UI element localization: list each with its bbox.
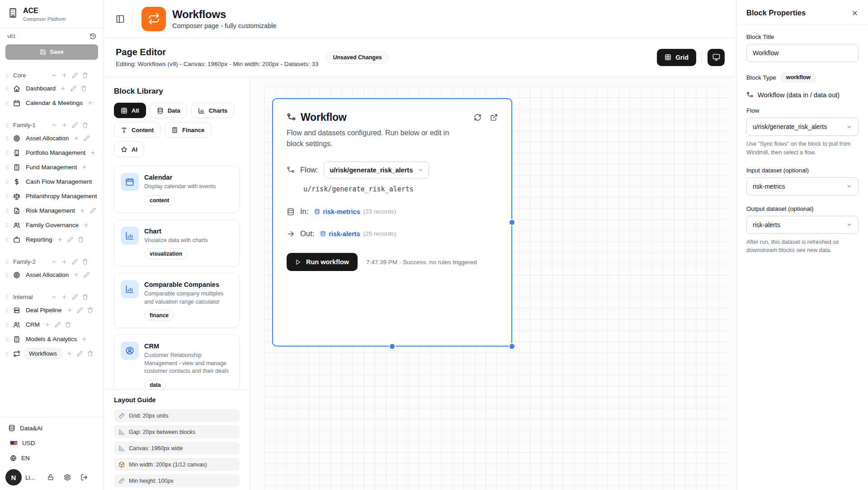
trash-button[interactable] <box>78 237 84 243</box>
lock-icon[interactable] <box>47 474 54 481</box>
gear-icon[interactable] <box>64 474 71 481</box>
history-icon[interactable] <box>90 33 96 40</box>
plus-button[interactable] <box>81 336 87 342</box>
plus-button[interactable] <box>61 259 67 265</box>
block-card-crm[interactable]: CRMCustomer Relationship Management - vi… <box>114 334 240 390</box>
section-actions <box>51 294 88 300</box>
version-label: v81 <box>7 33 16 39</box>
sidebar-item-dashboard[interactable]: Dashboard <box>3 81 101 96</box>
pencil-button[interactable] <box>72 72 78 78</box>
output-dataset-link[interactable]: risk-alerts <box>320 230 360 238</box>
output-dataset-select[interactable]: risk-alerts <box>746 216 859 234</box>
run-workflow-button[interactable]: Run workflow <box>287 253 358 271</box>
block-card-chart[interactable]: ChartVisualize data with chartsvisualiza… <box>114 219 240 267</box>
sidebar-item-risk-management[interactable]: Risk Management <box>3 204 101 218</box>
chevron-up-button[interactable] <box>51 72 57 78</box>
chevron-up-button[interactable] <box>51 294 57 300</box>
close-icon[interactable] <box>851 10 859 17</box>
plus-button[interactable] <box>90 150 96 156</box>
plus-button[interactable] <box>80 208 85 214</box>
pencil-button[interactable] <box>90 208 96 214</box>
sidebar-toggle-icon[interactable] <box>116 14 125 24</box>
plus-button[interactable] <box>60 86 66 91</box>
input-dataset-select[interactable]: risk-metrics <box>746 177 859 195</box>
sidebar-item-crm[interactable]: CRM <box>3 318 101 332</box>
trash-button[interactable] <box>87 351 93 357</box>
sidebar-item-data-ai[interactable]: Data&AI <box>0 420 104 436</box>
sidebar-item-calendar-meetings[interactable]: Calendar & Meetings <box>3 96 101 110</box>
trash-button[interactable] <box>87 307 93 313</box>
sidebar-item-cash-flow-management[interactable]: Cash Flow Management <box>3 175 101 189</box>
resize-handle-south[interactable] <box>389 343 396 350</box>
filter-finance[interactable]: Finance <box>165 122 211 138</box>
filter-all[interactable]: All <box>114 103 146 118</box>
sidebar-item-asset-allocation[interactable]: Asset Allocation <box>3 131 101 146</box>
editor-canvas[interactable]: Workflow Flow and datasets configured. R… <box>250 77 736 490</box>
plus-button[interactable] <box>61 72 67 78</box>
sidebar-item-portfolio-management[interactable]: Portfolio Management <box>3 146 101 160</box>
trash-button[interactable] <box>82 259 88 265</box>
plus-button[interactable] <box>61 294 67 300</box>
logout-icon[interactable] <box>80 474 88 481</box>
sync-flows-icon[interactable] <box>474 114 481 121</box>
sidebar-item-family-governance[interactable]: Family Governance <box>3 218 101 233</box>
sidebar-item-reporting[interactable]: Reporting <box>3 233 101 247</box>
sidebar-item-workflows[interactable]: Workflows <box>3 347 101 361</box>
pencil-button[interactable] <box>67 237 73 243</box>
pencil-button[interactable] <box>55 322 61 328</box>
pencil-button[interactable] <box>84 272 90 278</box>
trash-button[interactable] <box>82 122 88 128</box>
filter-ai[interactable]: AI <box>114 142 144 157</box>
filter-charts[interactable]: Charts <box>191 103 234 118</box>
sidebar-item-deal-pipeline[interactable]: Deal Pipeline <box>3 303 101 318</box>
currency-selector[interactable]: USD <box>0 436 104 451</box>
block-title-input[interactable] <box>746 44 859 62</box>
pencil-button[interactable] <box>72 259 78 265</box>
resize-handle-east[interactable] <box>509 219 515 226</box>
block-card-calendar[interactable]: CalendarDisplay calendar with eventscont… <box>114 166 240 213</box>
pencil-button[interactable] <box>72 122 78 128</box>
plus-button[interactable] <box>61 122 67 128</box>
plus-button[interactable] <box>73 272 79 278</box>
sidebar-item-asset-allocation[interactable]: Asset Allocation <box>3 268 101 282</box>
resize-handle-southeast[interactable] <box>509 343 515 350</box>
flow-select[interactable]: u/risk/generate_risk_alerts <box>324 162 429 178</box>
workflow-block[interactable]: Workflow Flow and datasets configured. R… <box>272 98 512 347</box>
sidebar-item-fund-management[interactable]: Fund Management <box>3 160 101 175</box>
pencil-button[interactable] <box>77 307 83 313</box>
trash-button[interactable] <box>82 72 88 78</box>
pencil-button[interactable] <box>72 294 78 300</box>
sidebar-item-label: Calendar & Meetings <box>26 100 83 106</box>
plus-button[interactable] <box>57 237 63 243</box>
editor-heading: Page Editor Editing: Workflows (v9) - Ca… <box>116 47 318 67</box>
chevron-up-button[interactable] <box>51 259 57 265</box>
plus-button[interactable] <box>66 351 72 357</box>
sidebar-item-models-analytics[interactable]: Models & Analytics <box>3 332 101 347</box>
pencil-button[interactable] <box>84 135 90 141</box>
input-dataset-link[interactable]: risk-metrics <box>314 208 360 215</box>
flow-select[interactable]: u/risk/generate_risk_alerts <box>746 118 859 136</box>
plus-button[interactable] <box>87 100 93 106</box>
trash-button[interactable] <box>65 322 71 328</box>
save-button[interactable]: Save <box>5 44 98 60</box>
trash-button[interactable] <box>81 86 87 91</box>
pencil-button[interactable] <box>77 351 83 357</box>
sidebar-item-philanthropy-management[interactable]: Philanthropy Management <box>3 189 101 204</box>
filter-data[interactable]: Data <box>150 103 187 118</box>
grid-toggle-button[interactable]: Grid <box>657 49 696 66</box>
chevron-up-button[interactable] <box>51 122 57 128</box>
filter-content[interactable]: Content <box>114 122 160 138</box>
trash-button[interactable] <box>82 294 88 300</box>
pencil-button[interactable] <box>71 86 76 91</box>
plus-button[interactable] <box>73 135 79 141</box>
external-link-icon[interactable] <box>490 114 498 121</box>
plus-button[interactable] <box>44 322 50 328</box>
block-card-comparable-companies[interactable]: Comparable CompaniesComparable company m… <box>114 273 240 328</box>
language-selector[interactable]: EN <box>0 451 104 466</box>
avatar[interactable]: N <box>5 469 22 485</box>
plus-button[interactable] <box>81 164 87 170</box>
preview-button[interactable] <box>708 49 725 66</box>
plus-button[interactable] <box>83 222 89 228</box>
plus-button[interactable] <box>66 307 72 313</box>
run-button-label: Run workflow <box>306 258 349 266</box>
